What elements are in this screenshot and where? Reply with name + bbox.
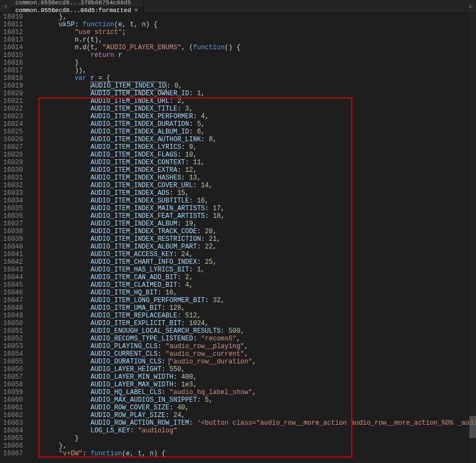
editor-tab[interactable]: common.0556ecd8...370b86754c08d5 [10, 0, 144, 7]
line-number: 16017 [0, 67, 23, 74]
code-line[interactable]: AUDIO_ITEM_INDEX_FEAT_ARTISTS: 18, [27, 212, 476, 220]
line-number: 16039 [0, 235, 23, 243]
line-number: 16057 [0, 373, 23, 381]
code-line[interactable]: }, [27, 13, 476, 21]
code-line[interactable]: AUDIO_CURRENT_CLS: "audio_row__current", [27, 350, 476, 358]
code-line[interactable]: AUDIO_ITEM_INDEX_CONTEXT: 11, [27, 159, 476, 166]
tab-bar: ◁ common.0556ecd8...370b86754c08d5common… [0, 0, 476, 13]
code-line[interactable]: AUDIO_ITEM_EXPLICIT_BIT: 1024, [27, 320, 476, 327]
line-number: 16056 [0, 366, 23, 373]
line-number: 16055 [0, 358, 23, 366]
code-line[interactable]: AUDIO_ROW_COVER_SIZE: 40, [27, 404, 476, 412]
line-number: 16026 [0, 136, 23, 143]
line-number: 16041 [0, 251, 23, 258]
tab-nav-left[interactable]: ◁ [0, 0, 10, 13]
code-line[interactable]: AUDIO_ITEM_INDEX_TITLE: 3, [27, 105, 476, 113]
selected-token: AUDIO_ITEM_INDEX_ID [90, 82, 167, 90]
code-line[interactable]: AUDIO_PLAYING_CLS: "audio_row__playing", [27, 343, 476, 350]
code-editor[interactable]: 1601016011160121601316014160151601616017… [0, 13, 476, 463]
code-line[interactable]: AUDIO_LAYER_MAX_WIDTH: 1e3, [27, 381, 476, 389]
code-line[interactable]: LOG_LS_KEY: "audiolog" [27, 427, 476, 435]
line-number: 16023 [0, 113, 23, 120]
code-line[interactable]: AUDIO_ITEM_INDEX_PERFORMER: 4, [27, 113, 476, 120]
line-number: 16012 [0, 28, 23, 36]
code-line[interactable]: } [27, 435, 476, 442]
code-line[interactable]: AUDIO_ITEM_INDEX_COVER_URL: 14, [27, 182, 476, 189]
code-line[interactable]: AUDIO_ITEM_ACCESS_KEY: 24, [27, 251, 476, 258]
code-line[interactable]: AUDIO_ITEM_INDEX_FLAGS: 10, [27, 151, 476, 159]
code-line[interactable]: "use strict"; [27, 28, 476, 36]
code-line[interactable]: AUDIO_ITEM_INDEX_LYRICS: 9, [27, 143, 476, 151]
code-line[interactable]: AUDIO_ITEM_INDEX_ALBUM: 19, [27, 220, 476, 228]
code-line[interactable]: AUDIO_ITEM_INDEX_DURATION: 5, [27, 120, 476, 128]
code-line[interactable]: AUDIO_ROW_ACTION_ROW_ITEM: '<button clas… [27, 419, 476, 427]
code-line[interactable]: )), [27, 67, 476, 74]
line-number: 16024 [0, 120, 23, 128]
line-number: 16018 [0, 74, 23, 82]
code-line[interactable]: AUDIO_ITEM_INDEX_URL: 2, [27, 97, 476, 105]
code-line[interactable]: AUDIO_ITEM_INDEX_ID: 0, [27, 82, 476, 90]
code-line[interactable]: AUDIO_ITEM_INDEX_MAIN_ARTISTS: 17, [27, 205, 476, 212]
code-line[interactable]: AUDIO_ITEM_INDEX_ALBUM_ID: 6, [27, 128, 476, 136]
code-line[interactable]: n.r(t), [27, 36, 476, 44]
code-line[interactable]: AUDIO_HQ_LABEL_CLS: "audio_hq_label_show… [27, 389, 476, 396]
code-line[interactable]: AUDIO_ITEM_INDEX_RESTRICTION: 21, [27, 235, 476, 243]
code-line[interactable]: AUDIO_ENOUGH_LOCAL_SEARCH_RESULTS: 500, [27, 327, 476, 335]
code-line[interactable]: AUDIO_RECOMS_TYPE_LISTENED: "recoms6", [27, 335, 476, 343]
line-number-gutter: 1601016011160121601316014160151601616017… [0, 13, 27, 463]
code-line[interactable]: }, [27, 442, 476, 450]
code-line[interactable]: uk5P: function(e, t, n) { [27, 21, 476, 28]
code-line[interactable]: AUDIO_ITEM_INDEX_ALBUM_PART: 22, [27, 243, 476, 251]
code-line[interactable]: AUDIO_ITEM_INDEX_HASHES: 13, [27, 174, 476, 182]
code-line[interactable]: AUDIO_LAYER_MIN_WIDTH: 400, [27, 373, 476, 381]
line-number: 16016 [0, 59, 23, 67]
code-line[interactable]: } [27, 59, 476, 67]
line-number: 16067 [0, 450, 23, 458]
scrollbar-vertical[interactable] [469, 13, 476, 463]
code-line[interactable]: AUDIO_ITEM_INDEX_TRACK_CODE: 20, [27, 228, 476, 235]
code-line[interactable]: AUDIO_ITEM_UMA_BIT: 128, [27, 304, 476, 312]
code-line[interactable]: AUDIO_ITEM_CAN_ADD_BIT: 2, [27, 274, 476, 281]
code-line[interactable]: AUDIO_MAX_AUDIOS_IN_SNIPPET: 5, [27, 396, 476, 404]
code-line[interactable]: AUDIO_ROW_PLAY_SIZE: 24, [27, 412, 476, 419]
line-number: 16031 [0, 174, 23, 182]
line-number: 16063 [0, 419, 23, 427]
code-line[interactable]: AUDIO_ITEM_LONG_PERFORMER_BIT: 32, [27, 297, 476, 304]
tab-nav-right[interactable]: ▷ [466, 0, 476, 13]
code-line[interactable]: return r [27, 51, 476, 59]
scrollbar-thumb[interactable] [469, 416, 476, 438]
line-number: 16051 [0, 327, 23, 335]
code-line[interactable]: AUDIO_ITEM_HQ_BIT: 16, [27, 289, 476, 297]
code-line[interactable]: "v+DW": function(e, t, n) { [27, 450, 476, 458]
line-number: 16032 [0, 182, 23, 189]
line-number: 16062 [0, 412, 23, 419]
line-number: 16049 [0, 312, 23, 320]
code-line[interactable]: AUDIO_ITEM_INDEX_EXTRA: 12, [27, 166, 476, 174]
line-number: 16036 [0, 212, 23, 220]
tab-label: common.0556ecd8...370b86754c08d5 [15, 0, 131, 7]
line-number: 16050 [0, 320, 23, 327]
line-number: 16025 [0, 128, 23, 136]
code-line[interactable]: AUDIO_ITEM_HAS_LYRICS_BIT: 1, [27, 266, 476, 274]
code-line[interactable]: AUDIO_ITEM_INDEX_OWNER_ID: 1, [27, 90, 476, 97]
line-number: 16037 [0, 220, 23, 228]
line-number: 16033 [0, 189, 23, 197]
code-line[interactable]: AUDIO_ITEM_INDEX_AUTHOR_LINK: 8, [27, 136, 476, 143]
line-number: 16040 [0, 243, 23, 251]
line-number: 16021 [0, 97, 23, 105]
line-number: 16066 [0, 442, 23, 450]
line-number: 16044 [0, 274, 23, 281]
code-line[interactable]: AUDIO_ITEM_INDEX_ADS: 15, [27, 189, 476, 197]
line-number: 16045 [0, 281, 23, 289]
code-line[interactable]: n.d(t, "AUDIO_PLAYER_ENUMS", (function()… [27, 44, 476, 51]
line-number: 16059 [0, 389, 23, 396]
code-line[interactable]: AUDIO_ITEM_INDEX_SUBTITLE: 16, [27, 197, 476, 205]
code-line[interactable]: AUDIO_DURATION_CLS: "audio_row__duration… [27, 358, 476, 366]
code-line[interactable]: AUDIO_ITEM_REPLACEABLE: 512, [27, 312, 476, 320]
code-line[interactable]: AUDIO_ITEM_CLAIMED_BIT: 4, [27, 281, 476, 289]
code-line[interactable]: AUDIO_ITEM_CHART_INFO_INDEX: 25, [27, 258, 476, 266]
code-line[interactable]: AUDIO_LAYER_HEIGHT: 550, [27, 366, 476, 373]
line-number: 16020 [0, 90, 23, 97]
code-line[interactable]: var r = { [27, 74, 476, 82]
code-area[interactable]: }, uk5P: function(e, t, n) { "use strict… [27, 13, 476, 463]
